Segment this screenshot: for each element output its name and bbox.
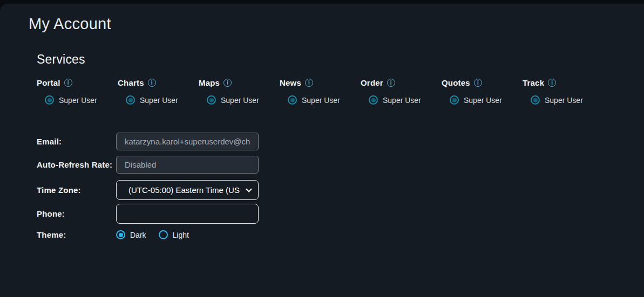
super-user-radio[interactable] [531,95,540,105]
service-name: Maps [199,78,220,87]
info-icon[interactable]: i [148,79,156,87]
super-user-label: Super User [302,96,340,105]
email-label: Email: [37,137,116,146]
theme-options: Dark Light [116,230,189,239]
radio-dot [209,98,214,102]
super-user-radio[interactable] [126,95,135,105]
super-user-radio[interactable] [45,95,54,105]
services-row: Portal i Super User Charts i Super User [37,78,644,105]
radio-dot [371,98,376,102]
email-field[interactable] [116,133,259,150]
service-col-order: Order i Super User [361,78,442,105]
radio-dot [128,98,133,102]
time-zone-label: Time Zone: [37,185,116,195]
page-title: My Account [29,15,644,33]
radio-dot [119,233,123,237]
email-row: Email: [37,133,644,150]
service-name: News [280,78,301,87]
time-zone-select-wrap: (UTC-05:00) Eastern Time (US & Canada) [116,180,259,200]
info-icon[interactable]: i [223,79,232,87]
super-user-label: Super User [59,96,97,105]
theme-label: Theme: [37,230,116,239]
radio-dot [161,233,165,237]
service-name: Portal [37,78,60,87]
theme-light-radio[interactable] [159,230,168,239]
service-name: Track [523,78,544,87]
service-option-maps: Super User [207,95,280,105]
service-col-portal: Portal i Super User [37,78,118,105]
service-header-news: News i [280,78,361,87]
super-user-label: Super User [221,96,259,105]
info-icon[interactable]: i [64,79,72,87]
radio-dot [452,98,457,102]
service-option-order: Super User [369,95,442,105]
info-icon[interactable]: i [548,79,556,87]
info-icon[interactable]: i [387,79,395,87]
theme-option-light: Light [159,230,189,239]
super-user-radio[interactable] [450,95,459,105]
info-icon[interactable]: i [474,79,482,87]
phone-row: Phone: [37,204,644,224]
super-user-label: Super User [140,96,178,105]
account-content: Services Portal i Super User Charts i [37,52,644,239]
super-user-radio[interactable] [369,95,378,105]
account-form: Email: Auto-Refresh Rate: Time Zone: (UT… [37,133,644,239]
radio-dot [290,98,295,102]
phone-label: Phone: [37,209,116,218]
theme-option-dark: Dark [116,230,146,239]
auto-refresh-label: Auto-Refresh Rate: [37,160,116,169]
service-option-portal: Super User [45,95,118,105]
service-option-news: Super User [288,95,361,105]
service-header-order: Order i [361,78,442,87]
theme-row: Theme: Dark Light [37,230,644,239]
auto-refresh-field[interactable] [116,156,259,174]
super-user-label: Super User [545,96,583,105]
super-user-radio[interactable] [288,95,297,105]
theme-dark-label: Dark [130,231,146,239]
service-option-charts: Super User [126,95,199,105]
super-user-label: Super User [464,96,502,105]
service-option-quotes: Super User [450,95,523,105]
radio-dot [48,98,52,102]
service-col-track: Track i Super User [523,78,604,105]
service-col-quotes: Quotes i Super User [442,78,523,105]
service-col-maps: Maps i Super User [199,78,280,105]
service-header-charts: Charts i [118,78,199,87]
service-col-news: News i Super User [280,78,361,105]
service-header-track: Track i [523,78,604,87]
services-heading: Services [37,52,644,67]
service-col-charts: Charts i Super User [118,78,199,105]
service-name: Charts [118,78,144,87]
time-zone-select[interactable]: (UTC-05:00) Eastern Time (US & Canada) [116,180,259,200]
service-option-track: Super User [531,95,604,105]
radio-dot [533,98,538,102]
service-header-portal: Portal i [37,78,118,87]
info-icon[interactable]: i [305,79,313,87]
super-user-label: Super User [383,96,421,105]
service-name: Order [361,78,383,87]
service-name: Quotes [442,78,470,87]
auto-refresh-row: Auto-Refresh Rate: [37,156,644,174]
phone-field[interactable] [116,204,259,224]
theme-light-label: Light [173,231,189,239]
service-header-quotes: Quotes i [442,78,523,87]
service-header-maps: Maps i [199,78,280,87]
my-account-panel: My Account Services Portal i Super User … [0,4,644,297]
time-zone-row: Time Zone: (UTC-05:00) Eastern Time (US … [37,180,644,200]
super-user-radio[interactable] [207,95,216,105]
theme-dark-radio[interactable] [116,230,125,239]
